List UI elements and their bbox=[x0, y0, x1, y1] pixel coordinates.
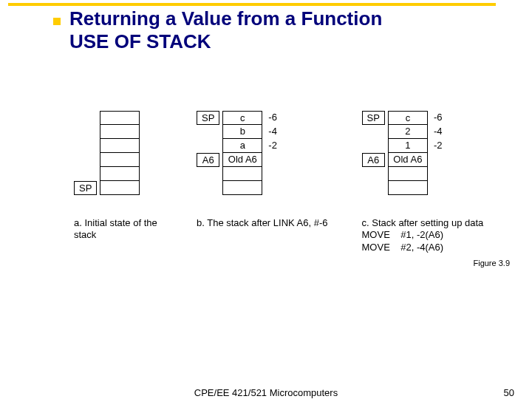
diagram-b: SP A6 c b a Old A6 -6 -4 -2 b. The stack… bbox=[197, 111, 328, 253]
page-number: 50 bbox=[504, 387, 514, 398]
caption-c-l2: MOVE #1, -2(A6) bbox=[362, 229, 444, 240]
slide-title: Returning a Value from a Function USE OF… bbox=[69, 7, 382, 53]
off-b-a: -2 bbox=[268, 139, 277, 153]
sp-label-c: SP bbox=[362, 111, 385, 125]
caption-c: c. Stack after setting up data MOVE #1, … bbox=[362, 217, 484, 253]
footer-center: CPE/EE 421/521 Microcomputers bbox=[194, 387, 338, 398]
cell-c-c: c bbox=[388, 111, 428, 125]
title-line-1: Returning a Value from a Function bbox=[69, 7, 382, 30]
stack-diagrams: SP a. Initial state of the stack SP A6 bbox=[74, 111, 488, 253]
cell-c-olda6: Old A6 bbox=[388, 153, 428, 167]
sp-label-b: SP bbox=[197, 111, 219, 125]
title-divider bbox=[8, 3, 496, 6]
off-c-1: -2 bbox=[434, 139, 443, 153]
diagram-c: SP A6 c 2 1 Old A6 -6 -4 -2 c. Stack aft… bbox=[362, 111, 484, 253]
diagram-a: SP a. Initial state of the stack bbox=[74, 111, 163, 253]
cell-c-1: 1 bbox=[388, 139, 428, 153]
cell-b-olda6: Old A6 bbox=[222, 153, 262, 167]
a6-label-b: A6 bbox=[197, 153, 219, 167]
off-b-c: -6 bbox=[268, 111, 277, 125]
a6-label-c: A6 bbox=[362, 153, 385, 167]
off-b-b: -4 bbox=[268, 125, 277, 139]
off-c-c: -6 bbox=[434, 111, 443, 125]
title-line-2: USE OF STACK bbox=[69, 30, 211, 52]
title-bullet bbox=[53, 18, 61, 25]
sp-label-a: SP bbox=[74, 181, 97, 195]
cell-b-c: c bbox=[222, 111, 262, 125]
off-c-2: -4 bbox=[434, 125, 443, 139]
cell-c-2: 2 bbox=[388, 125, 428, 139]
caption-a: a. Initial state of the stack bbox=[74, 217, 163, 242]
caption-c-l3: MOVE #2, -4(A6) bbox=[362, 242, 444, 253]
cell-b-b: b bbox=[222, 125, 262, 139]
cell-b-a: a bbox=[222, 139, 262, 153]
figure-label: Figure 3.9 bbox=[473, 259, 510, 267]
caption-c-l1: c. Stack after setting up data bbox=[362, 217, 484, 228]
caption-b: b. The stack after LINK A6, #-6 bbox=[197, 217, 328, 229]
